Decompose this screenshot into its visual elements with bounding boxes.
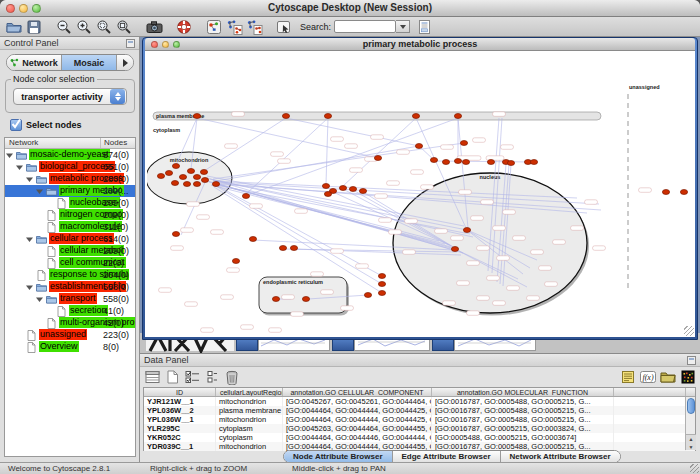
expand-triangle-icon[interactable] [26, 284, 33, 291]
attribute-table-icon[interactable] [143, 368, 161, 386]
destroy-network-icon[interactable] [245, 18, 263, 36]
graph-node[interactable] [324, 114, 331, 119]
tab-scroll-right-icon[interactable] [117, 55, 133, 70]
graph-node[interactable] [680, 190, 687, 195]
graph-node[interactable] [193, 182, 200, 187]
graph-node[interactable] [200, 170, 207, 175]
zoom-selected-region-icon[interactable] [95, 18, 113, 36]
network-canvas[interactable]: plasma membranecytoplasmmitochondrionnuc… [145, 51, 695, 337]
float-panel-icon[interactable] [126, 39, 135, 48]
new-attribute-icon[interactable] [163, 368, 181, 386]
graph-node[interactable] [183, 182, 190, 187]
save-session-icon[interactable] [25, 18, 43, 36]
search-input[interactable] [334, 20, 396, 33]
graph-node[interactable] [359, 189, 366, 194]
column-header-annotation.GO MOLECULAR_FUNCTION[interactable]: annotation.GO MOLECULAR_FUNCTION [432, 388, 614, 396]
tree-row-cellular-metabol[interactable]: cellular metabol209(0) [5, 245, 135, 257]
tree-row-unassigned[interactable]: unassigned223(0) [5, 329, 135, 341]
table-row-YJR121W__1[interactable]: YJR121W__1mitochondrion[GO:0045267, GO:0… [144, 397, 695, 406]
graph-node[interactable] [212, 182, 219, 187]
search-dropdown-icon[interactable] [396, 20, 410, 33]
graph-node[interactable] [302, 297, 309, 302]
export-snapshot-icon[interactable] [145, 18, 163, 36]
graph-node[interactable] [454, 114, 461, 119]
graph-node[interactable] [322, 184, 329, 189]
graph-node[interactable] [374, 156, 381, 161]
graph-node[interactable] [193, 114, 200, 119]
graph-node[interactable] [451, 247, 458, 252]
expand-triangle-icon[interactable] [6, 152, 13, 159]
column-header-ID[interactable]: ID [144, 388, 216, 396]
tree-row-establishment-of-lo[interactable]: establishment of lo558(0) [5, 281, 135, 293]
graph-node[interactable] [460, 141, 467, 146]
graph-node[interactable] [201, 178, 208, 183]
tree-row-nitrogen-compo[interactable]: nitrogen compo209(0) [5, 209, 135, 221]
table-row-YKR052C[interactable]: YKR052Ccytoplasm[GO:0044464, GO:0044446,… [144, 433, 695, 442]
graph-node[interactable] [279, 246, 286, 251]
tree-header-network[interactable]: Network [5, 138, 101, 148]
tab-network-attribute-browser[interactable]: Network Attribute Browser [501, 451, 620, 462]
help-icon[interactable] [175, 18, 193, 36]
graph-node[interactable] [179, 175, 186, 180]
tree-header-nodes[interactable]: Nodes [101, 138, 135, 148]
zoom-to-fit-icon[interactable] [115, 18, 133, 36]
tab-edge-attribute-browser[interactable]: Edge Attribute Browser [393, 451, 501, 462]
column-header-_cellularLayoutRegion[interactable]: _cellularLayoutRegion [216, 388, 283, 396]
column-header-annotation.GO CELLULAR_COMPONENT[interactable]: annotation.GO CELLULAR_COMPONENT [283, 388, 432, 396]
select-nodes-checkbox[interactable] [10, 119, 22, 131]
graph-node[interactable] [171, 181, 178, 186]
graph-node[interactable] [454, 159, 461, 164]
expand-triangle-icon[interactable] [16, 164, 23, 171]
graph-node[interactable] [290, 246, 297, 251]
duplicate-network-icon[interactable] [225, 18, 243, 36]
expand-triangle-icon[interactable] [26, 236, 33, 243]
delete-attribute-icon[interactable] [223, 368, 241, 386]
graph-node[interactable] [349, 187, 356, 192]
graph-node[interactable] [157, 174, 164, 179]
function-builder-icon[interactable]: f(x) [639, 368, 657, 386]
graph-node[interactable] [463, 228, 470, 233]
attribute-notes-icon[interactable] [619, 368, 637, 386]
graph-node[interactable] [172, 164, 179, 169]
node-color-combobox[interactable]: transporter activity [13, 88, 127, 105]
open-session-icon[interactable] [5, 18, 23, 36]
open-vizmapper-icon[interactable] [205, 18, 223, 36]
tree-row-primary-metabo[interactable]: primary metabo209(... [5, 185, 135, 197]
graph-node[interactable] [193, 175, 200, 180]
table-row-YPL036W__1[interactable]: YPL036W__1mitochondrion[GO:0044464, GO:0… [144, 415, 695, 424]
graph-node[interactable] [662, 190, 669, 195]
graph-node[interactable] [507, 161, 514, 166]
tree-row-macromolecule[interactable]: macromolecule311(0) [5, 221, 135, 233]
graph-node[interactable] [172, 232, 179, 237]
tree-row-mosaic-demo-yeast[interactable]: mosaic-demo-yeast874(0) [5, 149, 135, 161]
graph-node[interactable] [242, 194, 249, 199]
graph-node[interactable] [232, 259, 239, 264]
tree-row-cellular-process[interactable]: cellular process614(0) [5, 233, 135, 245]
select-attributes-icon[interactable] [183, 368, 201, 386]
graph-node[interactable] [378, 282, 385, 287]
tab-mosaic[interactable]: Mosaic [62, 55, 117, 70]
zoom-out-icon[interactable] [55, 18, 73, 36]
tree-row-nucleobase-[interactable]: nucleobase-209(0) [5, 197, 135, 209]
tab-node-attribute-browser[interactable]: Node Attribute Browser [284, 451, 393, 462]
graph-node[interactable] [165, 171, 172, 176]
table-row-YPL036W__2[interactable]: YPL036W__2plasma membrane[GO:0044464, GO… [144, 406, 695, 415]
tab-network[interactable]: Network [7, 55, 62, 70]
network-view-titlebar[interactable]: primary metabolic process [145, 38, 695, 51]
graph-node[interactable] [412, 114, 419, 119]
float-panel-icon[interactable] [687, 356, 696, 365]
graph-node[interactable] [487, 160, 494, 165]
tree-row-cell-communicat[interactable]: cell communicat22(0) [5, 257, 135, 269]
tree-row-metabolic-process[interactable]: metabolic process280(0) [5, 173, 135, 185]
graph-node[interactable] [530, 160, 537, 165]
attribute-matrix-icon[interactable] [679, 368, 697, 386]
graph-node[interactable] [272, 297, 279, 302]
expand-triangle-icon[interactable] [36, 296, 43, 303]
frame-resize-grip-icon[interactable] [684, 326, 694, 336]
annotation-icon[interactable] [275, 18, 293, 36]
table-row-YLR295C[interactable]: YLR295Ccytoplasm[GO:0045263, GO:0044464,… [144, 424, 695, 433]
column-header-blank[interactable] [614, 388, 686, 396]
graph-node[interactable] [442, 160, 449, 165]
graph-node[interactable] [378, 291, 385, 296]
tree-row-response-to-stimulu[interactable]: response to stimulu264(0) [5, 269, 135, 281]
